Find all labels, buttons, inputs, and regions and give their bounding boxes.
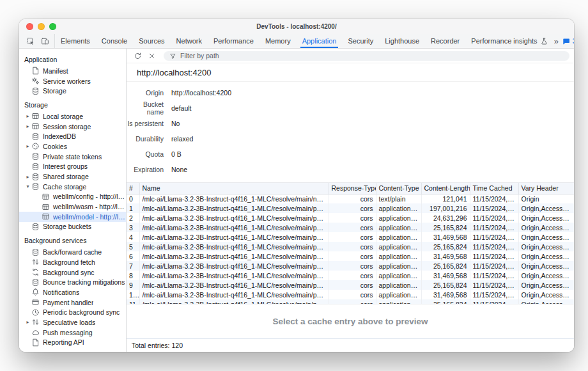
- metadata-value: 0 B: [171, 150, 182, 158]
- cell-name: /mlc-ai/Llama-3.2-3B-Instruct-q4f16_1-ML…: [139, 232, 329, 242]
- expander-collapsed-icon[interactable]: ▸: [24, 113, 31, 119]
- zoom-window-button[interactable]: [49, 23, 56, 30]
- sidebar-item-periodic-background-sync[interactable]: Periodic background sync: [19, 307, 126, 317]
- device-toolbar-button[interactable]: [38, 35, 51, 47]
- sidebar-item-storage-buckets[interactable]: Storage buckets: [19, 222, 126, 232]
- cell-: 4: [127, 232, 139, 242]
- sidebar-item-service-workers[interactable]: Service workers: [19, 76, 126, 86]
- cache-entry-row[interactable]: 4/mlc-ai/Llama-3.2-3B-Instruct-q4f16_1-M…: [127, 232, 574, 242]
- close-window-button[interactable]: [26, 23, 33, 30]
- messages-button[interactable]: 3: [562, 37, 574, 45]
- table-icon: [42, 203, 50, 211]
- cache-entry-row[interactable]: 3/mlc-ai/Llama-3.2-3B-Instruct-q4f16_1-M…: [127, 223, 574, 232]
- tab-strip: ElementsConsoleSourcesNetworkPerformance…: [55, 34, 554, 48]
- refresh-button[interactable]: [131, 50, 144, 61]
- cache-entry-row[interactable]: 0/mlc-ai/Llama-3.2-3B-Instruct-q4f16_1-M…: [127, 194, 574, 203]
- sidebar-item-manifest[interactable]: Manifest: [19, 66, 126, 76]
- sidebar-item-webllm-wasm-http-loca[interactable]: webllm/wasm - http://loca…: [19, 201, 126, 212]
- cache-entry-row[interactable]: 5/mlc-ai/Llama-3.2-3B-Instruct-q4f16_1-M…: [127, 242, 574, 251]
- cell-content-length: 25,165,824: [421, 261, 470, 271]
- filter-input[interactable]: [180, 52, 564, 59]
- cache-entry-row[interactable]: 2/mlc-ai/Llama-3.2-3B-Instruct-q4f16_1-M…: [127, 213, 574, 223]
- cache-entry-row[interactable]: 8/mlc-ai/Llama-3.2-3B-Instruct-q4f16_1-M…: [127, 271, 574, 280]
- tab-performance-insights[interactable]: Performance insights: [465, 34, 553, 48]
- tab-performance[interactable]: Performance: [208, 34, 259, 48]
- tab-console[interactable]: Console: [96, 34, 133, 48]
- chat-icon: [562, 37, 571, 45]
- tab-sources[interactable]: Sources: [133, 34, 170, 48]
- sidebar-item-interest-groups[interactable]: Interest groups: [19, 162, 126, 172]
- metadata-row-durability: Durabilityrelaxed: [127, 131, 574, 146]
- sidebar-item-label: Bounce tracking mitigations: [43, 278, 125, 286]
- cell-: 10: [127, 290, 139, 299]
- metadata-label: Durability: [127, 135, 164, 143]
- metadata-row-quota: Quota0 B: [127, 146, 574, 162]
- fetch-arrows-icon: [31, 258, 40, 266]
- cell-: 1: [127, 203, 139, 213]
- toolbar-icon-group: [19, 34, 55, 48]
- cell-vary-header: Origin,Access…: [518, 242, 574, 251]
- tab-application[interactable]: Application: [297, 34, 343, 48]
- tab-recorder[interactable]: Recorder: [425, 34, 465, 48]
- column-header-content-length[interactable]: Content-Length: [421, 183, 470, 194]
- sidebar-item-reporting-api[interactable]: Reporting API: [19, 338, 126, 348]
- cache-entry-row[interactable]: 9/mlc-ai/Llama-3.2-3B-Instruct-q4f16_1-M…: [127, 280, 574, 290]
- sidebar-item-background-sync[interactable]: Background sync: [19, 267, 126, 278]
- sidebar-item-webllm-model-http-loc[interactable]: webllm/model - http://loc…: [19, 212, 126, 222]
- cell-vary-header: Origin: [518, 194, 574, 203]
- tab-security[interactable]: Security: [342, 34, 379, 48]
- database-icon: [31, 248, 40, 257]
- tab-network[interactable]: Network: [171, 34, 208, 48]
- sidebar-item-cache-storage[interactable]: ▾Cache storage: [19, 182, 126, 192]
- sidebar-item-label: Shared storage: [43, 173, 89, 180]
- sidebar-item-label: Manifest: [43, 67, 68, 75]
- cache-entry-row[interactable]: 11/mlc-ai/Llama-3.2-3B-Instruct-q4f16_1-…: [127, 299, 574, 304]
- column-header-name[interactable]: Name: [139, 183, 329, 194]
- sidebar-item-session-storage[interactable]: ▸Session storage: [19, 122, 126, 132]
- more-tabs-button[interactable]: »: [554, 36, 558, 46]
- sidebar-item-bounce-tracking-mitigations[interactable]: Bounce tracking mitigations: [19, 277, 126, 287]
- column-header-response-type[interactable]: Response-Type: [329, 183, 376, 194]
- minimize-window-button[interactable]: [38, 23, 45, 30]
- sidebar-item-indexeddb[interactable]: IndexedDB: [19, 131, 126, 141]
- database-icon: [31, 278, 40, 287]
- cache-entry-row[interactable]: 10/mlc-ai/Llama-3.2-3B-Instruct-q4f16_1-…: [127, 290, 574, 299]
- sidebar-item-private-state-tokens[interactable]: Private state tokens: [19, 152, 126, 162]
- cache-entry-row[interactable]: 7/mlc-ai/Llama-3.2-3B-Instruct-q4f16_1-M…: [127, 261, 574, 271]
- sidebar-item-background-fetch[interactable]: Background fetch: [19, 257, 126, 267]
- sidebar-item-push-messaging[interactable]: Push messaging: [19, 328, 126, 338]
- cache-entry-row[interactable]: 1/mlc-ai/Llama-3.2-3B-Instruct-q4f16_1-M…: [127, 203, 574, 213]
- column-header-[interactable]: #: [127, 183, 139, 194]
- tab-memory[interactable]: Memory: [259, 34, 297, 48]
- sidebar-item-back-forward-cache[interactable]: Back/forward cache: [19, 247, 126, 257]
- inspect-element-button[interactable]: [24, 35, 36, 47]
- sidebar-item-webllm-config-http-loc[interactable]: webllm/config - http://loc…: [19, 192, 126, 202]
- tab-lighthouse[interactable]: Lighthouse: [379, 34, 425, 48]
- sidebar-item-cookies[interactable]: ▸Cookies: [19, 141, 126, 152]
- cell-content-length: 25,165,824: [421, 299, 470, 304]
- sidebar-item-notifications[interactable]: Notifications: [19, 287, 126, 297]
- cell-response-type: cors: [329, 261, 376, 271]
- sidebar-item-speculative-loads[interactable]: ▸Speculative loads: [19, 317, 126, 328]
- expander-collapsed-icon[interactable]: ▸: [24, 319, 31, 325]
- tab-label: Lighthouse: [385, 37, 419, 45]
- sidebar-item-payment-handler[interactable]: Payment handler: [19, 297, 126, 308]
- tab-elements[interactable]: Elements: [55, 34, 96, 48]
- sidebar-item-storage[interactable]: Storage: [19, 86, 126, 96]
- cell-content-length: 121,041: [421, 194, 470, 203]
- sidebar-item-shared-storage[interactable]: ▸Shared storage: [19, 171, 126, 182]
- delete-selected-button[interactable]: [145, 50, 158, 61]
- column-header-vary-header[interactable]: Vary Header: [518, 183, 574, 194]
- expander-collapsed-icon[interactable]: ▸: [24, 174, 31, 180]
- expander-collapsed-icon[interactable]: ▸: [24, 143, 31, 149]
- database-icon: [31, 162, 40, 171]
- column-header-content-type[interactable]: Content-Type: [376, 183, 421, 194]
- expander-collapsed-icon[interactable]: ▸: [24, 123, 31, 129]
- column-header-time-cached[interactable]: Time Cached: [470, 183, 518, 194]
- cache-entry-row[interactable]: 6/mlc-ai/Llama-3.2-3B-Instruct-q4f16_1-M…: [127, 251, 574, 261]
- expander-expanded-icon[interactable]: ▾: [24, 184, 31, 189]
- devtools-tabbar: ElementsConsoleSourcesNetworkPerformance…: [19, 34, 574, 49]
- sidebar-item-local-storage[interactable]: ▸Local storage: [19, 111, 126, 122]
- cell-response-type: cors: [329, 280, 376, 290]
- sidebar-section-storage: Storage: [19, 96, 126, 111]
